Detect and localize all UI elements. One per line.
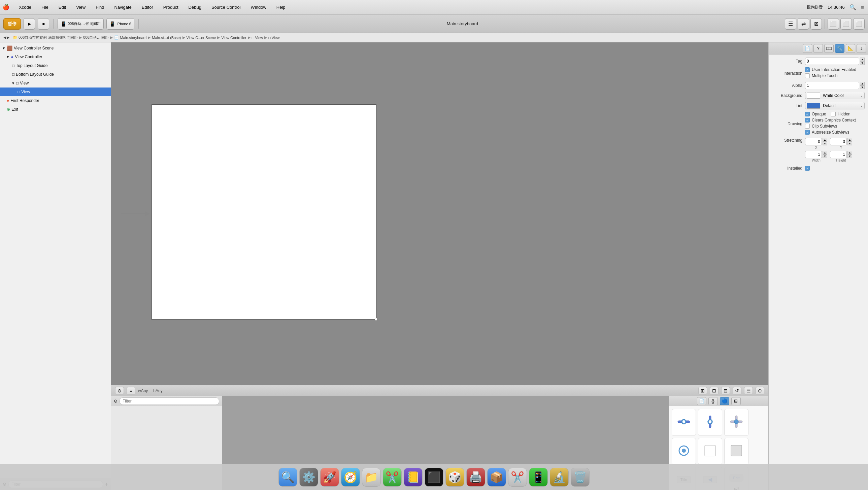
stop-button[interactable]: ■: [38, 18, 49, 30]
menu-product[interactable]: Product: [161, 4, 181, 10]
stretch-w-down[interactable]: ▼: [823, 155, 827, 158]
inspector-tab-help[interactable]: ?: [813, 44, 823, 53]
add-layout-constraint-btn[interactable]: ⊙: [115, 387, 124, 394]
tree-item-vc-scene[interactable]: ▶ 🟫 View Controller Scene: [0, 44, 111, 53]
opaque-checkbox[interactable]: ✓: [805, 112, 810, 117]
zoom-out-btn[interactable]: ⊟: [710, 387, 718, 394]
breadcrumb-item-3[interactable]: 📄 Main.storyboard: [114, 35, 147, 40]
dock-instruments[interactable]: 🔬: [550, 468, 569, 487]
obj-tab-objects[interactable]: 🔵: [720, 397, 729, 405]
navigator-btn[interactable]: ⬜: [828, 18, 839, 30]
zoom-fit-btn[interactable]: ⊞: [698, 387, 707, 394]
canvas-wrapper[interactable]: [111, 42, 768, 385]
inspector-tab-id[interactable]: □□: [824, 44, 834, 53]
nav-back-btn[interactable]: ◀: [3, 35, 6, 40]
inspector-tab-file[interactable]: 📄: [803, 44, 812, 53]
stretch-y-input[interactable]: [830, 138, 847, 145]
stretch-h-down[interactable]: ▼: [847, 155, 852, 158]
list-view-btn[interactable]: ☰: [744, 387, 753, 394]
utilities-btn[interactable]: ⬜: [853, 18, 865, 30]
tree-item-bottom-layout[interactable]: □ Bottom Layout Guide: [0, 70, 111, 79]
dock-finder[interactable]: 🔍: [278, 468, 297, 487]
inspector-tab-size[interactable]: 📐: [846, 44, 855, 53]
dock-phone-app[interactable]: 📱: [529, 468, 548, 487]
dock-settings[interactable]: ⚙️: [299, 468, 318, 487]
menu-help[interactable]: Help: [274, 4, 287, 10]
alpha-input[interactable]: [805, 82, 859, 89]
device-selector[interactable]: 📱 iPhone 6: [106, 18, 134, 30]
menu-navigate[interactable]: Navigate: [112, 4, 133, 10]
menu-source-control[interactable]: Source Control: [210, 4, 243, 10]
dock-app1[interactable]: 🎲: [445, 468, 464, 487]
multiple-touch-checkbox[interactable]: [805, 73, 810, 78]
menu-xcode[interactable]: Xcode: [17, 4, 33, 10]
alpha-stepper-down[interactable]: ▼: [860, 86, 865, 89]
editor-view-btn[interactable]: ☰: [785, 18, 796, 30]
dock-finder2[interactable]: 📁: [362, 468, 381, 487]
menu-editor[interactable]: Editor: [140, 4, 155, 10]
dock-app3[interactable]: 📦: [487, 468, 506, 487]
resize-handle-br[interactable]: [375, 318, 377, 321]
version-editor-btn[interactable]: ⊠: [810, 18, 822, 30]
breadcrumb-item-6[interactable]: View Controller: [221, 36, 246, 40]
installed-checkbox[interactable]: ✓: [805, 166, 810, 171]
alpha-stepper-up[interactable]: ▲: [860, 82, 865, 86]
stretch-y-down[interactable]: ▼: [847, 142, 852, 145]
menu-view[interactable]: View: [74, 4, 88, 10]
menu-edit[interactable]: Edit: [57, 4, 68, 10]
obj-item-constraint-v[interactable]: [698, 409, 722, 436]
tint-select[interactable]: Default ⌄: [805, 102, 865, 109]
menu-debug[interactable]: Debug: [187, 4, 204, 10]
scheme-selector[interactable]: 📱 006自动…·相同间距: [58, 18, 104, 30]
tree-item-exit[interactable]: ⊕ Exit: [0, 105, 111, 114]
breadcrumb-item-2[interactable]: 006自动…·间距: [83, 35, 109, 40]
stretch-x-input[interactable]: [805, 138, 822, 145]
obj-tab-file[interactable]: 📄: [697, 397, 706, 405]
dock-app2[interactable]: 🖨️: [466, 468, 485, 487]
tag-input[interactable]: [805, 58, 859, 65]
tree-item-vc[interactable]: ▶ ● View Controller: [0, 53, 111, 61]
stretch-w-input[interactable]: [805, 151, 822, 158]
breadcrumb-item-7[interactable]: □ View: [252, 36, 263, 40]
assistant-editor-btn[interactable]: ⇌: [798, 18, 809, 30]
dock-onenote[interactable]: 📒: [404, 468, 423, 487]
tree-item-view-child[interactable]: □ View: [0, 88, 111, 96]
dock-launchpad[interactable]: 🚀: [320, 468, 339, 487]
dock-trash[interactable]: 🗑️: [571, 468, 590, 487]
clears-graphics-checkbox[interactable]: ✓: [805, 118, 810, 123]
dock-safari[interactable]: 🧭: [341, 468, 360, 487]
view-controller-frame[interactable]: [152, 104, 376, 320]
stretch-x-down[interactable]: ▼: [823, 142, 827, 145]
control-center-icon[interactable]: ≡: [861, 4, 864, 10]
stretch-y-up[interactable]: ▲: [847, 138, 852, 142]
debug-area-btn[interactable]: ⬜: [840, 18, 852, 30]
bottom-filter-input[interactable]: [120, 397, 219, 405]
obj-tab-media[interactable]: ⊞: [731, 397, 741, 405]
tag-stepper-down[interactable]: ▼: [860, 61, 865, 65]
stretch-h-up[interactable]: ▲: [847, 151, 852, 155]
menu-file[interactable]: File: [39, 4, 51, 10]
pause-button[interactable]: 暂停: [3, 18, 21, 30]
autoresize-subviews-checkbox[interactable]: ✓: [805, 130, 810, 135]
search-menu-icon[interactable]: 🔍: [849, 4, 856, 10]
obj-item-plain-gray[interactable]: [724, 438, 748, 465]
obj-tab-code[interactable]: {}: [708, 397, 718, 405]
nav-forward-btn[interactable]: ▶: [7, 35, 9, 40]
canvas-settings-btn[interactable]: ⊙: [755, 387, 764, 394]
tag-stepper-up[interactable]: ▲: [860, 58, 865, 61]
stretch-x-up[interactable]: ▲: [823, 138, 827, 142]
user-interaction-checkbox[interactable]: ✓: [805, 67, 810, 72]
dock-scissors[interactable]: ✂️: [508, 468, 527, 487]
run-button[interactable]: ▶: [24, 18, 35, 30]
clip-subviews-checkbox[interactable]: [805, 124, 810, 129]
breadcrumb-item-1[interactable]: 📁 006自动布局案例-底部按钮相同间距: [13, 35, 78, 40]
menu-find[interactable]: Find: [94, 4, 106, 10]
hidden-checkbox[interactable]: [831, 112, 836, 117]
inspector-tab-connections[interactable]: ↕: [857, 44, 866, 53]
dock-terminal[interactable]: ⬛: [425, 468, 443, 487]
breadcrumb-item-5[interactable]: View C...er Scene: [187, 36, 216, 40]
obj-item-plain-white[interactable]: [698, 438, 722, 465]
menu-window[interactable]: Window: [249, 4, 268, 10]
tree-item-view-parent[interactable]: ▶ □ View: [0, 79, 111, 88]
tree-item-first-responder[interactable]: ● First Responder: [0, 96, 111, 105]
